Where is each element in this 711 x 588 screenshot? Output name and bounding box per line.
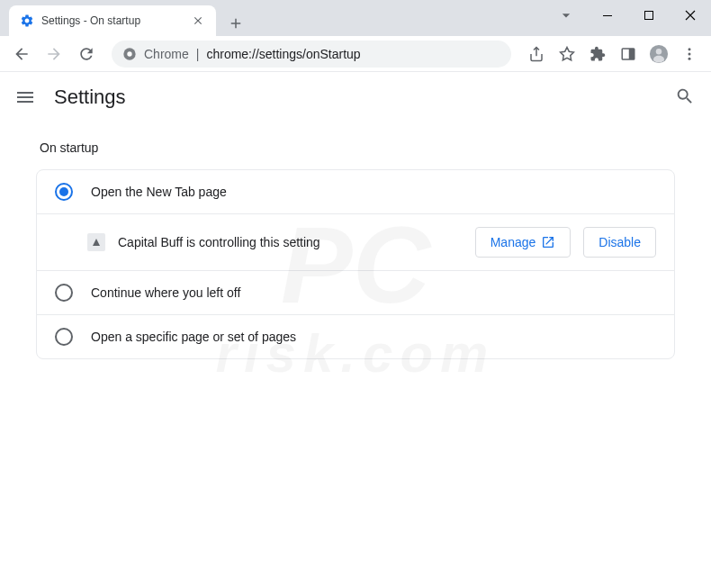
radio-selected-icon — [55, 183, 73, 201]
radio-label: Open a specific page or set of pages — [91, 330, 296, 344]
hamburger-menu-icon[interactable] — [14, 86, 36, 108]
extension-notice-text: Capital Buff is controlling this setting — [118, 235, 463, 249]
chrome-icon — [122, 47, 137, 61]
svg-rect-1 — [645, 12, 653, 20]
startup-options-card: Open the New Tab page Capital Buff is co… — [36, 169, 675, 359]
profile-avatar-icon[interactable] — [644, 40, 673, 68]
reload-button[interactable] — [72, 40, 101, 68]
browser-tab[interactable]: Settings - On startup — [9, 5, 216, 36]
radio-label: Continue where you left off — [91, 285, 240, 300]
svg-point-8 — [688, 48, 691, 50]
share-icon[interactable] — [522, 40, 551, 68]
kebab-menu-icon[interactable] — [675, 40, 704, 68]
extension-app-icon — [87, 233, 105, 251]
maximize-button[interactable] — [628, 2, 670, 29]
manage-button[interactable]: Manage — [475, 227, 572, 258]
svg-point-7 — [656, 49, 662, 54]
radio-unselected-icon — [55, 328, 73, 346]
svg-rect-5 — [629, 49, 634, 59]
external-link-icon — [541, 235, 555, 249]
disable-button[interactable]: Disable — [583, 227, 656, 258]
back-button[interactable] — [7, 40, 36, 68]
minimize-button[interactable] — [587, 2, 628, 29]
chevron-down-icon[interactable] — [545, 2, 587, 29]
forward-button[interactable] — [40, 40, 68, 68]
extension-controlling-notice: Capital Buff is controlling this setting… — [37, 213, 674, 270]
search-icon[interactable] — [675, 86, 697, 108]
address-bar[interactable]: Chrome | chrome://settings/onStartup — [112, 41, 511, 68]
radio-open-new-tab[interactable]: Open the New Tab page — [37, 170, 674, 213]
sidepanel-icon[interactable] — [614, 40, 643, 68]
radio-unselected-icon — [55, 284, 73, 302]
omnibox-prefix: Chrome — [144, 47, 189, 61]
svg-point-10 — [688, 57, 691, 59]
svg-point-9 — [688, 52, 691, 55]
extensions-icon[interactable] — [583, 40, 612, 68]
bookmark-star-icon[interactable] — [553, 40, 581, 68]
page-title: Settings — [54, 86, 657, 109]
section-label: On startup — [36, 140, 675, 155]
settings-gear-icon — [20, 14, 34, 28]
svg-point-3 — [127, 51, 131, 56]
close-tab-icon[interactable] — [191, 14, 205, 28]
svg-rect-0 — [603, 15, 612, 16]
new-tab-button[interactable] — [223, 11, 248, 36]
omnibox-url: chrome://settings/onStartup — [206, 47, 360, 61]
tab-title: Settings - On startup — [41, 14, 184, 27]
radio-continue[interactable]: Continue where you left off — [37, 271, 674, 314]
radio-label: Open the New Tab page — [91, 185, 227, 199]
radio-specific-pages[interactable]: Open a specific page or set of pages — [37, 315, 674, 358]
close-window-button[interactable] — [670, 2, 711, 29]
